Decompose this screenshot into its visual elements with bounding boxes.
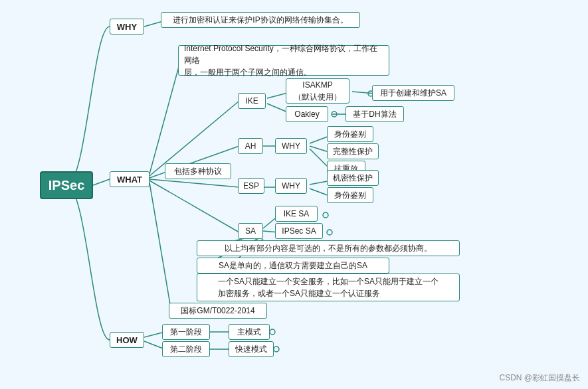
- esp-why1-node: 机密性保护: [327, 170, 379, 186]
- why-text-node: 进行加密和认证来保护IP协议的网络传输协集合。: [161, 12, 360, 28]
- what-text-node: Internet Protocol Security，一种综合网络协议，工作在网…: [178, 45, 389, 76]
- esp-node: ESP: [238, 178, 264, 194]
- esp-why2-node: 身份鉴别: [327, 187, 373, 203]
- svg-point-27: [323, 212, 328, 218]
- root-label: IPSec: [49, 178, 84, 193]
- why-node: WHY: [110, 19, 144, 35]
- kuaisu-node: 快速模式: [229, 341, 274, 357]
- what-node: WHAT: [110, 171, 149, 187]
- zhushi-node: 主模式: [229, 324, 270, 340]
- ike-node: IKE: [238, 93, 266, 109]
- phase1-node: 第一阶段: [162, 324, 210, 340]
- svg-line-22: [149, 183, 171, 312]
- svg-line-12: [149, 179, 239, 187]
- svg-point-32: [332, 112, 337, 117]
- ah-why2-node: 完整性保护: [327, 143, 379, 159]
- sa-note1-node: 以上均有部分内容是可选的，不是所有的参数都必须协商。: [197, 240, 460, 256]
- ah-why-node: WHY: [275, 138, 307, 154]
- isakmp-text-node: 用于创建和维护SA: [372, 85, 454, 101]
- esp-why-node: WHY: [275, 178, 307, 194]
- svg-line-16: [149, 181, 239, 232]
- includes-protocols-node: 包括多种协议: [165, 163, 231, 179]
- ike-sa-node: IKE SA: [275, 206, 318, 222]
- root-node: IPSec: [40, 171, 93, 199]
- ah-why1-node: 身份鉴别: [327, 126, 373, 142]
- sa-node: SA: [238, 223, 263, 239]
- oakley-text-node: 基于DH算法: [345, 106, 404, 122]
- ah-node: AH: [238, 138, 263, 154]
- svg-line-0: [144, 21, 163, 27]
- ipsec-sa-node: IPSec SA: [275, 223, 323, 239]
- guobiao-node: 国标GM/T0022-2014: [169, 303, 267, 319]
- svg-point-28: [327, 230, 332, 235]
- oakley-node: Oakley: [286, 106, 328, 122]
- watermark: CSDN @彩虹国摸盘长: [499, 372, 580, 384]
- svg-point-29: [270, 329, 275, 335]
- phase2-node: 第二阶段: [162, 341, 210, 357]
- isakmp-node: ISAKMP （默认使用）: [286, 78, 349, 104]
- sa-note3-node: 一个SA只能建立一个安全服务，比如一个SA只能用于建立一个 加密服务，或者一个S…: [197, 273, 460, 301]
- sa-note2-node: SA是单向的，通信双方需要建立自己的SA: [197, 258, 389, 273]
- svg-point-30: [274, 347, 279, 352]
- how-node: HOW: [110, 332, 144, 348]
- svg-line-1: [149, 64, 179, 174]
- mindmap-container: IPSec WHY 进行加密和认证来保护IP协议的网络传输协集合。 WHAT I…: [0, 0, 588, 389]
